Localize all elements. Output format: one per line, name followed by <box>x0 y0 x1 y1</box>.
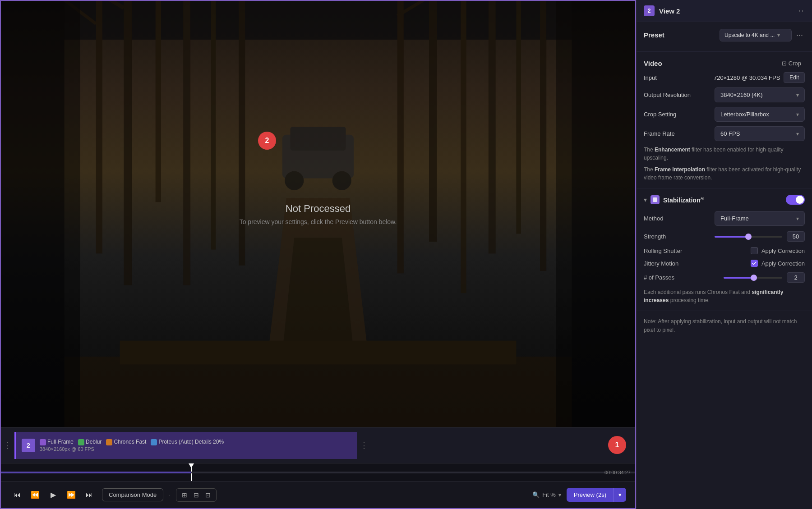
scrubber-progress <box>1 472 191 473</box>
method-label: Method <box>644 215 663 222</box>
stabilization-collapse[interactable]: ▾ <box>644 196 647 203</box>
strength-row: Strength 50 <box>644 231 805 242</box>
view-stacked[interactable]: ⊟ <box>192 491 201 500</box>
tag-icon-deblur <box>78 439 84 445</box>
svg-rect-13 <box>516 1 521 234</box>
view-badge-1: 1 <box>608 436 626 454</box>
preset-dropdown[interactable]: Upscale to 4K and ... ▾ <box>720 29 792 41</box>
preview-button[interactable]: Preview (2s) <box>567 488 614 502</box>
step-forward-button[interactable]: ⏩ <box>64 488 78 502</box>
method-dropdown[interactable]: Full-Frame ▾ <box>715 211 805 226</box>
tag-icon-fullframe <box>40 439 46 445</box>
passes-slider-track[interactable] <box>724 277 782 279</box>
enhancement-bold: Enhancement <box>655 147 690 153</box>
preview-dropdown-button[interactable]: ▾ <box>614 488 626 502</box>
zoom-chevron[interactable]: ▾ <box>558 492 561 498</box>
jittery-motion-apply-label: Apply Correction <box>761 260 805 267</box>
crop-button[interactable]: ⊡ Crop <box>778 58 805 69</box>
preset-more-button[interactable]: ··· <box>794 28 805 41</box>
checkmark-icon <box>752 261 757 265</box>
skip-to-start-button[interactable]: ⏮ <box>10 488 24 502</box>
tag-icon-proteus <box>151 439 157 445</box>
output-row: Output Resolution 3840×2160 (4K) ▾ <box>644 87 805 102</box>
skip-to-end-button[interactable]: ⏭ <box>82 488 97 502</box>
strength-value[interactable]: 50 <box>787 231 805 242</box>
interpolation-info: The Frame Interpolation filter has been … <box>644 165 805 182</box>
strength-slider-track[interactable] <box>715 236 782 238</box>
stabilization-header: ▾ StabilizationAI <box>644 195 805 205</box>
view-side-by-side[interactable]: ⊞ <box>180 491 189 500</box>
preset-label: Preset <box>644 31 664 39</box>
stabilization-toggle[interactable] <box>786 195 805 205</box>
passes-row: # of Passes 2 <box>644 272 805 283</box>
rolling-shutter-apply-label: Apply Correction <box>761 248 805 254</box>
frame-rate-label: Frame Rate <box>644 130 675 137</box>
playback-controls: ⏮ ⏪ ▶ ⏩ ⏭ <box>10 488 97 502</box>
view-mode-group: ⊞ ⊟ ⊡ <box>176 488 217 502</box>
track-options-right[interactable]: ⋮ <box>357 440 371 450</box>
scrubber-time: 00:00:34:27 <box>604 470 631 475</box>
timeline-track: ⋮ 2 Full-Frame Deblur Chronos Fast Prote… <box>1 427 635 463</box>
rolling-shutter-checkbox[interactable] <box>751 247 758 254</box>
clip-number: 2 <box>22 439 35 452</box>
method-value: Full-Frame <box>720 215 749 222</box>
track-options-left[interactable]: ⋮ <box>1 440 14 450</box>
method-chevron: ▾ <box>796 216 799 222</box>
svg-rect-14 <box>540 1 546 271</box>
preset-chevron: ▾ <box>777 32 780 38</box>
rolling-shutter-label: Rolling Shutter <box>644 248 682 254</box>
crop-setting-row: Crop Setting Letterbox/Pillarbox ▾ <box>644 107 805 122</box>
frame-rate-value: 60 FPS <box>720 130 740 137</box>
svg-rect-29 <box>556 1 635 427</box>
passes-slider-thumb[interactable] <box>751 275 757 281</box>
preset-value: Upscale to 4K and ... <box>724 32 775 38</box>
passes-label: # of Passes <box>644 274 674 281</box>
output-resolution-dropdown[interactable]: 3840×2160 (4K) ▾ <box>715 87 805 102</box>
right-panel: 2 View 2 ↔ Preset Upscale to 4K and ... … <box>636 0 812 509</box>
comparison-mode-button[interactable]: Comparison Mode <box>102 488 163 501</box>
svg-rect-5 <box>156 1 161 202</box>
play-button[interactable]: ▶ <box>46 488 60 502</box>
jittery-motion-label: Jittery Motion <box>644 260 678 267</box>
svg-rect-22 <box>65 357 572 427</box>
scrubber-area[interactable]: 00:00:34:27 <box>1 463 635 481</box>
frame-rate-dropdown[interactable]: 60 FPS ▾ <box>715 126 805 141</box>
panel-expand-button[interactable]: ↔ <box>798 7 805 15</box>
passes-value[interactable]: 2 <box>787 272 805 283</box>
passes-slider-area: 2 <box>724 272 805 283</box>
view-overlay[interactable]: ⊡ <box>203 491 212 500</box>
tag-icon-chronos <box>106 439 112 445</box>
zoom-label[interactable]: Fit % <box>542 491 556 498</box>
passes-info-bold: significantly increases <box>644 289 784 303</box>
input-value-group: 720×1280 @ 30.034 FPS Edit <box>714 72 805 83</box>
rolling-shutter-row: Rolling Shutter Apply Correction <box>644 247 805 254</box>
input-row: Input 720×1280 @ 30.034 FPS Edit <box>644 72 805 83</box>
svg-rect-6 <box>183 1 190 285</box>
clip-tags: Full-Frame Deblur Chronos Fast Proteus (… <box>40 439 352 445</box>
svg-rect-12 <box>489 1 496 253</box>
frame-rate-row: Frame Rate 60 FPS ▾ <box>644 126 805 141</box>
svg-point-27 <box>332 171 351 190</box>
step-back-button[interactable]: ⏪ <box>28 488 42 502</box>
jittery-motion-checkbox-area: Apply Correction <box>751 260 805 267</box>
zoom-control: 🔍 Fit % ▾ <box>532 491 561 498</box>
svg-rect-7 <box>211 1 216 250</box>
clip-resolution: 3840×2160px @ 60 FPS <box>40 446 352 452</box>
jittery-motion-checkbox[interactable] <box>751 260 758 267</box>
crop-setting-value: Letterbox/Pillarbox <box>720 111 769 118</box>
svg-rect-3 <box>96 1 102 253</box>
strength-slider-fill <box>715 236 748 238</box>
svg-rect-11 <box>461 1 466 293</box>
strength-label: Strength <box>644 233 666 240</box>
scrubber-track[interactable] <box>1 472 635 473</box>
stabilization-section: ▾ StabilizationAI Method Full-Frame <box>637 188 812 311</box>
interpolation-bold: Frame Interpolation <box>655 166 705 173</box>
crop-setting-dropdown[interactable]: Letterbox/Pillarbox ▾ <box>715 107 805 122</box>
strength-slider-thumb[interactable] <box>745 234 752 240</box>
svg-rect-10 <box>429 1 437 242</box>
crop-setting-chevron: ▾ <box>796 111 799 118</box>
playback-divider: · <box>169 491 171 498</box>
edit-button[interactable]: Edit <box>784 72 805 83</box>
zoom-icon: 🔍 <box>532 491 540 498</box>
track-clip: 2 Full-Frame Deblur Chronos Fast Proteus… <box>14 432 357 459</box>
